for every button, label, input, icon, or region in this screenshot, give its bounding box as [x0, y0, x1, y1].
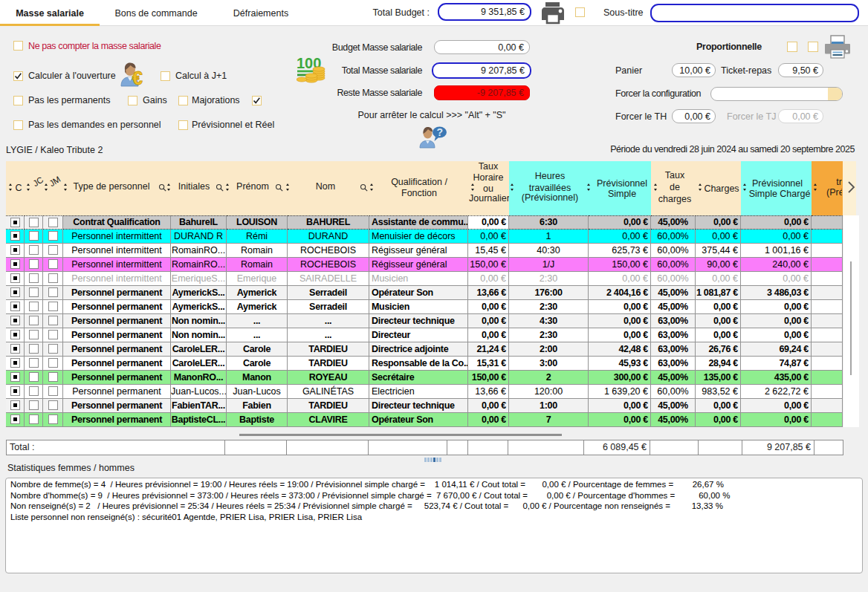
svg-text:?: ?: [437, 126, 444, 138]
